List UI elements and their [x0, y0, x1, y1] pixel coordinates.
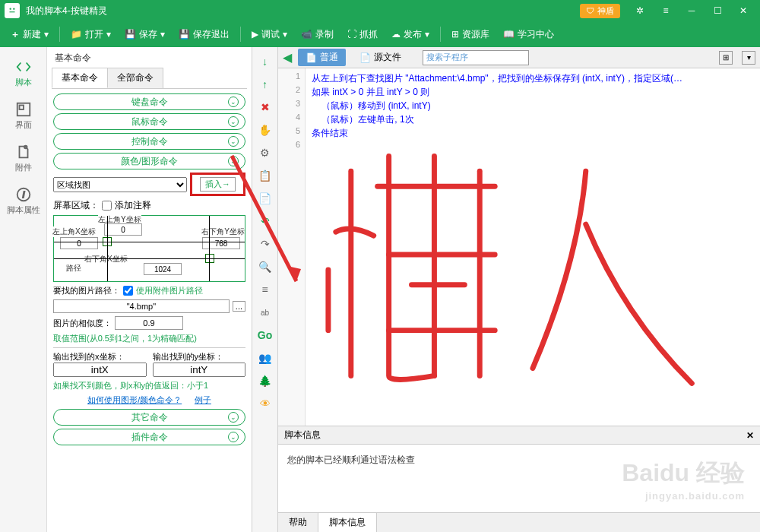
resource-button[interactable]: ⊞ 资源库: [445, 25, 496, 44]
line-gutter: 123456: [278, 68, 306, 426]
use-attach-checkbox[interactable]: [123, 286, 133, 296]
tab-source[interactable]: 📄 源文件: [352, 49, 409, 66]
sidebar-item-attach[interactable]: 附件: [4, 138, 43, 178]
tree-icon[interactable]: 🌲: [257, 372, 274, 389]
arrow-up-icon[interactable]: ↑: [257, 76, 274, 93]
img-path-label: 要找的图片路径：: [53, 285, 120, 296]
chevron-down-icon: ⌄: [228, 432, 239, 442]
left-sidebar: 脚本 界面 附件 i 脚本属性: [0, 47, 47, 532]
sidebar-item-ui[interactable]: 界面: [4, 96, 43, 135]
eye-icon[interactable]: 👁: [257, 395, 274, 412]
howto-link[interactable]: 如何使用图形/颜色命令？: [87, 395, 182, 404]
img-path-input[interactable]: [53, 299, 230, 313]
br-y-input[interactable]: [202, 237, 240, 249]
dropdown-toggle[interactable]: ▾: [742, 51, 755, 65]
save-button[interactable]: 💾 保存 ▾: [119, 25, 171, 44]
svg-rect-2: [10, 11, 15, 12]
command-panel: 基本命令 基本命令 全部命令 键盘命令⌄ 鼠标命令⌄ 控制命令⌄ 颜色/图形命令…: [47, 47, 252, 532]
add-note-checkbox[interactable]: [102, 201, 112, 211]
shield-icon: 🛡: [586, 6, 594, 15]
insert-button[interactable]: 插入→: [190, 173, 245, 196]
svg-rect-4: [19, 105, 24, 109]
undo-icon[interactable]: ↶: [257, 213, 274, 230]
record-button[interactable]: 📹 录制: [295, 25, 340, 44]
maximize-button[interactable]: ☐: [705, 2, 730, 20]
sidebar-item-props[interactable]: i 脚本属性: [4, 181, 43, 220]
capture-button[interactable]: ⛶ 抓抓: [341, 25, 384, 44]
publish-button[interactable]: ☁ 发布 ▾: [385, 25, 435, 44]
titlebar: 我的脚本4-按键精灵 🛡 神盾 ✲ ≡ ─ ☐ ✕: [0, 0, 760, 21]
code-tabs: ◀ 📄 普通 📄 源文件 ⊞ ▾: [278, 47, 760, 68]
search-icon[interactable]: 🔍: [257, 258, 274, 275]
cat-color[interactable]: 颜色/图形命令⌄: [53, 153, 245, 169]
minimize-button[interactable]: ─: [679, 2, 704, 20]
info-tab-help[interactable]: 帮助: [278, 513, 318, 532]
cat-control[interactable]: 控制命令⌄: [53, 133, 245, 150]
cmd-panel-title: 基本命令: [52, 50, 247, 66]
delete-icon[interactable]: ✖: [257, 99, 274, 116]
sidebar-item-script[interactable]: 脚本: [4, 53, 43, 93]
area-find-select[interactable]: 区域找图: [53, 177, 187, 192]
open-button[interactable]: 📁 打开 ▾: [65, 25, 117, 44]
coord-box: 左上角Y坐标 左上角X坐标 右下角Y坐标 右下角X坐标 路径: [53, 215, 245, 282]
code-editor[interactable]: 123456 从左上到右下查找图片 "Attachment:\4.bmp"，把找…: [278, 68, 760, 426]
cat-other[interactable]: 其它命令⌄: [53, 409, 245, 426]
close-button[interactable]: ✕: [731, 2, 755, 20]
redo-icon[interactable]: ↷: [257, 236, 274, 252]
example-link[interactable]: 例子: [195, 395, 211, 404]
chevron-down-icon: ⌄: [228, 136, 239, 147]
learn-button[interactable]: 📖 学习中心: [497, 25, 560, 44]
chevron-down-icon: ⌄: [228, 97, 239, 107]
users-icon[interactable]: 👥: [257, 350, 274, 366]
debug-button[interactable]: ▶ 调试 ▾: [245, 25, 293, 44]
tab-basic-cmd[interactable]: 基本命令: [52, 68, 108, 88]
menubar: ＋新建 ▾ 📁 打开 ▾ 💾 保存 ▾ 💾 保存退出 ▶ 调试 ▾ 📹 录制 ⛶…: [0, 21, 760, 47]
chevron-down-icon: ⌄: [228, 156, 239, 166]
notfound-hint: 如果找不到颜色，则x和y的值返回：小于1: [53, 380, 245, 391]
info-header-title: 脚本信息: [284, 429, 321, 442]
settings-icon[interactable]: ✲: [628, 2, 652, 20]
svg-point-0: [10, 8, 11, 10]
out-y-input[interactable]: [153, 363, 246, 377]
tl-y-input[interactable]: [104, 223, 142, 236]
cat-keyboard[interactable]: 键盘命令⌄: [53, 93, 245, 110]
browse-button[interactable]: ...: [233, 301, 245, 312]
tool-icon[interactable]: ⚙: [257, 144, 274, 161]
chevron-down-icon: ⌄: [228, 412, 239, 423]
prev-icon[interactable]: ◀: [283, 50, 292, 65]
br-x-input[interactable]: [144, 263, 182, 275]
screen-area-label: 屏幕区域：: [53, 199, 99, 212]
tl-x-input[interactable]: [60, 237, 98, 249]
cat-mouse[interactable]: 鼠标命令⌄: [53, 113, 245, 130]
chevron-down-icon: ⌄: [228, 116, 239, 127]
app-logo: [5, 3, 20, 18]
svg-point-1: [13, 8, 14, 10]
tab-normal[interactable]: 📄 普通: [298, 49, 346, 66]
code-area: ◀ 📄 普通 📄 源文件 ⊞ ▾ 123456 从左上到右下查找图片 "Atta…: [278, 47, 760, 532]
shield-badge[interactable]: 🛡 神盾: [580, 4, 620, 18]
go-icon[interactable]: Go: [257, 327, 274, 344]
grid-toggle[interactable]: ⊞: [719, 51, 733, 65]
arrow-down-icon[interactable]: ↓: [257, 53, 274, 70]
abc-icon[interactable]: ab: [257, 304, 274, 321]
svg-text:i: i: [22, 189, 24, 198]
menu-icon[interactable]: ≡: [654, 2, 678, 20]
similarity-input[interactable]: [115, 316, 183, 330]
search-input[interactable]: [423, 50, 529, 65]
tab-all-cmd[interactable]: 全部命令: [107, 68, 163, 88]
list-icon[interactable]: ≡: [257, 281, 274, 298]
copy-icon[interactable]: 📋: [257, 167, 274, 184]
info-tab-info[interactable]: 脚本信息: [318, 513, 377, 532]
window-title: 我的脚本4-按键精灵: [26, 5, 580, 17]
similarity-hint: 取值范围(从0.5到1之间，1为精确匹配): [53, 333, 245, 344]
cat-plugin[interactable]: 插件命令⌄: [53, 429, 245, 445]
new-button[interactable]: ＋新建 ▾: [5, 25, 55, 44]
hand-icon[interactable]: ✋: [257, 122, 274, 138]
paste-icon[interactable]: 📄: [257, 190, 274, 207]
script-info-panel: 脚本信息 ✕ 您的脚本已经顺利通过语法检查 帮助 脚本信息: [278, 426, 760, 532]
out-x-input[interactable]: [53, 363, 147, 377]
add-note-label: 添加注释: [115, 199, 151, 212]
tool-strip: ↓ ↑ ✖ ✋ ⚙ 📋 📄 ↶ ↷ 🔍 ≡ ab Go 👥 🌲 👁: [252, 47, 278, 532]
save-exit-button[interactable]: 💾 保存退出: [173, 25, 236, 44]
info-close-button[interactable]: ✕: [746, 430, 754, 441]
